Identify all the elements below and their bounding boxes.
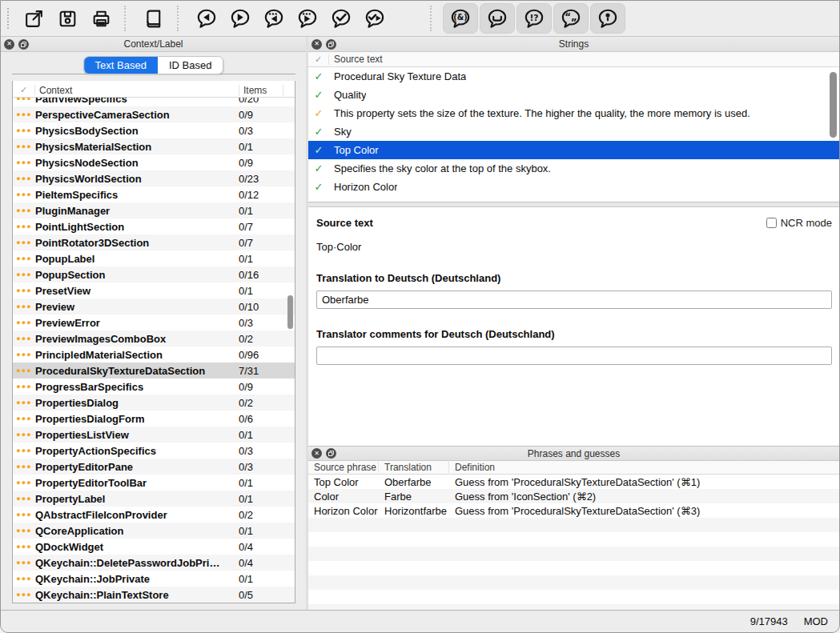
context-row[interactable]: ●●●PopupSection0/16 (13, 266, 295, 282)
source-text: This property sets the size of the textu… (329, 107, 750, 119)
context-items-count: 0/4 (239, 557, 295, 569)
context-row[interactable]: ●●●PhysicsMaterialSection0/1 (13, 138, 295, 154)
context-row[interactable]: ●●●PluginManager0/1 (13, 202, 295, 218)
done-button[interactable] (324, 3, 358, 34)
tab-id-based[interactable]: ID Based (158, 57, 223, 74)
string-row[interactable]: ✓Quality (308, 86, 839, 104)
context-row[interactable]: ●●●PointRotator3DSection0/7 (13, 234, 295, 250)
context-row[interactable]: ●●●PropertyActionSpecifics0/3 (13, 443, 295, 459)
context-row[interactable]: ●●●PropertiesDialogForm0/6 (13, 411, 295, 427)
qt-linguist-window: (&) !? “„ (0, 0, 840, 633)
phrase-definition: Guess from 'ProceduralSkyTextureDataSect… (449, 505, 839, 517)
context-row[interactable]: ●●●QKeychain::PlainTextStore0/5 (13, 587, 295, 603)
string-row[interactable]: ✓Horizon Color (308, 178, 839, 196)
done-and-next-button[interactable] (358, 3, 392, 34)
context-row[interactable]: ●●●PhysicsBodySection0/3 (13, 122, 295, 138)
context-row[interactable]: ●●●PropertyEditorPane0/3 (13, 459, 295, 475)
print-button[interactable] (84, 3, 118, 34)
translator-comments-input[interactable] (316, 347, 832, 365)
context-row[interactable]: ●●●ProgressBarSpecifics0/9 (13, 379, 295, 395)
phrasebook-button[interactable] (137, 3, 171, 34)
check-column-header[interactable]: ✓ (13, 85, 35, 95)
context-row[interactable]: ●●●QKeychain::JobPrivate0/1 (13, 571, 295, 587)
context-row[interactable]: ●●●PopupLabel0/1 (13, 250, 295, 266)
done-and-next-icon (364, 7, 386, 30)
context-row[interactable]: ●●●PresetView0/1 (13, 282, 295, 298)
translation-input[interactable] (316, 290, 832, 309)
phrase-row[interactable]: Horizon ColorHorizontfarbeGuess from 'Pr… (308, 503, 839, 518)
close-icon[interactable]: ✕ (311, 39, 322, 50)
float-icon[interactable] (326, 39, 336, 50)
save-button[interactable] (50, 3, 84, 34)
string-row[interactable]: ✓Top Color (308, 141, 839, 159)
string-row[interactable]: ✓This property sets the size of the text… (308, 104, 839, 122)
surrounding-whitespace-toggle[interactable] (480, 3, 515, 34)
prev-unfinished-button[interactable] (257, 3, 291, 34)
phrase-row[interactable]: ColorFarbeGuess from 'IconSection' (⌘2) (308, 489, 839, 503)
context-row[interactable]: ●●●PerspectiveCameraSection0/9 (13, 106, 295, 122)
place-markers-toggle[interactable] (590, 3, 625, 34)
context-row[interactable]: ●●●PreviewImagesComboBox0/2 (13, 331, 295, 347)
context-column-header[interactable]: Context (35, 85, 239, 96)
context-items-count: 0/20 (239, 98, 295, 105)
string-row[interactable]: ✓Sky (308, 122, 839, 141)
context-row[interactable]: ●●●PhysicsWorldSection0/23 (13, 170, 295, 186)
context-row[interactable]: ●●●QAbstractFileIconProvider0/2 (13, 507, 295, 523)
dock-title: Phrases and guesses (308, 448, 839, 459)
phrase-matches-toggle[interactable]: “„ (553, 3, 589, 34)
context-row[interactable]: ●●●PreviewError0/3 (13, 314, 295, 331)
source-text-column-header[interactable]: Source text (329, 54, 383, 65)
accelerators-toggle[interactable]: (&) (443, 3, 478, 34)
phrase-source: Top Color (308, 476, 379, 488)
context-row[interactable]: ●●●PhysicsNodeSection0/9 (13, 154, 295, 170)
prev-button[interactable] (190, 3, 223, 34)
context-row[interactable]: ●●●PropertiesDialog0/2 (13, 395, 295, 411)
string-row[interactable]: ✓Procedural Sky Texture Data (308, 67, 839, 86)
translation-column-header[interactable]: Translation (379, 462, 449, 473)
next-button[interactable] (223, 3, 257, 34)
context-items-count: 0/23 (239, 173, 295, 185)
string-row[interactable]: ✓Specifies the sky color at the top of t… (308, 159, 839, 178)
context-items-count: 0/1 (239, 285, 295, 297)
close-icon[interactable]: ✕ (311, 448, 322, 459)
context-row[interactable]: ●●●QDockWidget0/4 (13, 539, 295, 555)
prev-unfinished-icon (263, 7, 285, 30)
float-icon[interactable] (326, 448, 336, 459)
items-column-header[interactable]: Items (239, 85, 283, 96)
context-name: PropertiesDialogForm (35, 413, 239, 425)
phrase-row[interactable]: Top ColorOberfarbeGuess from 'Procedural… (308, 475, 839, 489)
context-dock-titlebar: ✕ Context/Label (1, 37, 306, 52)
context-row[interactable]: ●●●PropertyEditorToolBar0/1 (13, 475, 295, 491)
context-row[interactable]: ●●●ProceduralSkyTextureDataSection7/31 (13, 363, 295, 379)
float-icon[interactable] (18, 39, 29, 50)
toolbar-drag-handle[interactable] (7, 8, 12, 29)
close-icon[interactable]: ✕ (4, 39, 14, 50)
unfinished-dots-icon: ●●● (13, 286, 35, 294)
next-unfinished-button[interactable] (291, 3, 324, 34)
context-row[interactable]: ●●●Preview0/10 (13, 298, 295, 314)
strings-scrollbar-thumb[interactable] (830, 72, 837, 138)
unfinished-dots-icon: ●●● (13, 495, 35, 503)
context-row[interactable]: ●●●PrincipledMaterialSection0/96 (13, 347, 295, 363)
context-row[interactable]: ●●●PropertiesListView0/1 (13, 427, 295, 443)
tab-text-based[interactable]: Text Based (84, 57, 158, 74)
context-name: QKeychain::JobPrivate (35, 573, 239, 585)
context-items-count: 7/31 (239, 365, 295, 377)
open-button[interactable] (17, 3, 50, 34)
source-phrase-column-header[interactable]: Source phrase (308, 462, 379, 473)
ending-punctuation-toggle[interactable]: !? (516, 3, 552, 34)
context-row[interactable]: ●●●QCoreApplication0/1 (13, 523, 295, 539)
context-scrollbar-thumb[interactable] (287, 295, 293, 329)
context-row[interactable]: ●●●QKeychain::DeletePasswordJobPri…0/4 (13, 555, 295, 571)
context-items-count: 0/7 (239, 237, 295, 249)
unfinished-dots-icon: ●●● (13, 190, 35, 198)
context-row[interactable]: ●●●PointLightSection0/7 (13, 218, 295, 234)
phrase-definition: Guess from 'IconSection' (⌘2) (449, 491, 839, 503)
definition-column-header[interactable]: Definition (449, 462, 839, 473)
ncr-mode-checkbox[interactable] (766, 218, 777, 228)
check-column-header[interactable]: ✓ (308, 54, 329, 65)
context-row[interactable]: ●●●PieItemSpecifics0/12 (13, 186, 295, 202)
context-row[interactable]: ●●●PropertyLabel0/1 (13, 491, 295, 507)
unfinished-dots-icon: ●●● (13, 511, 35, 519)
context-row[interactable]: ●●●PathViewSpecifics0/20 (13, 98, 295, 106)
